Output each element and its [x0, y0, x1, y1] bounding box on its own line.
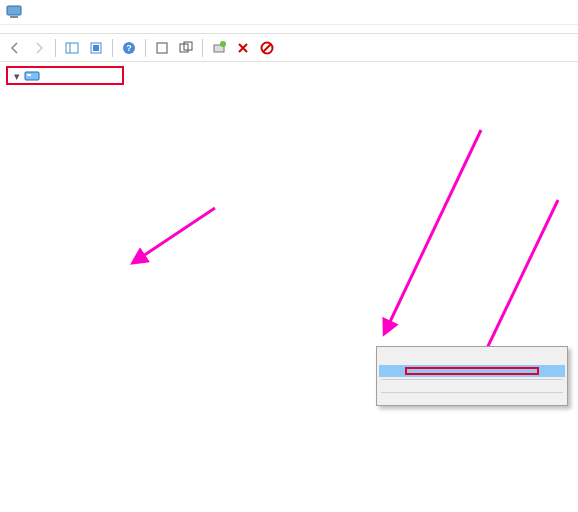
device-manager-icon — [6, 4, 22, 20]
svg-line-18 — [388, 130, 481, 326]
separator — [381, 392, 563, 393]
ctx-uninstall[interactable] — [379, 365, 565, 377]
ctx-scan-hardware[interactable] — [379, 382, 565, 390]
svg-rect-1 — [10, 16, 18, 18]
nav-back-icon[interactable] — [4, 37, 26, 59]
separator — [145, 39, 146, 57]
ctx-disable[interactable] — [379, 357, 565, 365]
network-icon — [24, 68, 40, 84]
toolbar-icon-1[interactable] — [151, 37, 173, 59]
svg-point-12 — [220, 41, 226, 47]
toolbar-icon-2[interactable] — [175, 37, 197, 59]
svg-rect-5 — [93, 45, 99, 51]
menu-file[interactable] — [6, 27, 22, 31]
svg-rect-0 — [7, 6, 21, 15]
refresh-icon[interactable] — [85, 37, 107, 59]
ctx-properties[interactable] — [379, 395, 565, 403]
show-hide-tree-icon[interactable] — [61, 37, 83, 59]
menubar — [0, 25, 578, 34]
separator — [112, 39, 113, 57]
separator — [381, 379, 563, 380]
menu-help[interactable] — [54, 27, 70, 31]
caret-down-icon[interactable]: ▾ — [10, 67, 24, 85]
nav-forward-icon[interactable] — [28, 37, 50, 59]
menu-action[interactable] — [22, 27, 38, 31]
separator — [55, 39, 56, 57]
device-tree: ▾ — [0, 62, 578, 85]
svg-rect-16 — [27, 74, 31, 76]
context-menu — [376, 346, 568, 406]
help-icon[interactable]: ? — [118, 37, 140, 59]
ctx-uninstall-label — [405, 367, 539, 375]
tree-node-network-adapters[interactable]: ▾ — [6, 66, 124, 85]
uninstall-toolbar-icon[interactable] — [232, 37, 254, 59]
svg-rect-2 — [66, 43, 78, 53]
disable-toolbar-icon[interactable] — [256, 37, 278, 59]
svg-text:?: ? — [126, 43, 132, 53]
separator — [202, 39, 203, 57]
svg-rect-8 — [157, 43, 167, 53]
scan-hardware-icon[interactable] — [208, 37, 230, 59]
menu-view[interactable] — [38, 27, 54, 31]
window-titlebar — [0, 0, 578, 25]
svg-line-17 — [140, 208, 215, 258]
svg-line-14 — [263, 44, 271, 52]
ctx-update-driver[interactable] — [379, 349, 565, 357]
toolbar: ? — [0, 34, 578, 62]
